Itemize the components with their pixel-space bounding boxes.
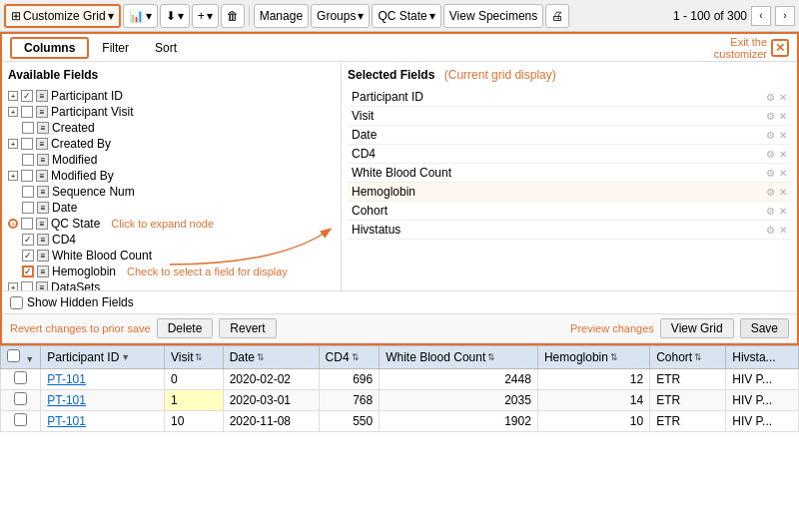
row1-checkbox-cell [1,369,41,390]
expand-participant-visit[interactable]: + [8,107,18,117]
preview-message: Preview changes [570,322,654,334]
gear-icon-hivstatus[interactable]: ⚙ [766,225,775,236]
checkbox-participant-visit[interactable] [21,106,33,118]
remove-icon-hivstatus[interactable]: ✕ [779,225,787,236]
row2-hivstatus: HIV P... [726,390,799,411]
expand-participant-id[interactable]: + [8,91,18,101]
field-icon-cd4: ≡ [37,234,49,246]
field-qc-state[interactable]: + ≡ QC State Click to expand node [8,216,335,232]
delete-button[interactable]: 🗑 [221,4,245,28]
sort-icon-visit[interactable]: ⇅ [195,352,203,362]
field-participant-visit[interactable]: + ≡ Participant Visit [8,104,335,120]
checkbox-datasets[interactable] [21,281,33,290]
expand-qc-state[interactable]: + [8,219,18,229]
gear-icon-participant-id[interactable]: ⚙ [766,92,775,103]
remove-icon-hemoglobin[interactable]: ✕ [779,187,787,198]
field-participant-id[interactable]: + ≡ Participant ID [8,88,335,104]
field-hemoglobin[interactable]: ≡ Hemoglobin Check to select a field for… [8,264,335,279]
chart-button[interactable]: 📊 ▾ [123,4,158,28]
checkbox-cd4[interactable] [22,234,34,246]
remove-icon-cd4[interactable]: ✕ [779,149,787,160]
checkbox-qc-state[interactable] [21,218,33,230]
gear-icon-wbc[interactable]: ⚙ [766,168,775,179]
checkbox-hemoglobin[interactable] [22,266,34,277]
sort-icon-hemoglobin[interactable]: ⇅ [610,352,618,362]
print-button[interactable]: 🖨 [545,4,569,28]
row3-hemoglobin: 10 [537,411,649,432]
checkbox-participant-id[interactable] [21,90,33,102]
manage-button[interactable]: Manage [254,4,309,28]
gear-icon-visit[interactable]: ⚙ [766,111,775,122]
checkbox-modified-by[interactable] [21,170,33,182]
remove-icon-wbc[interactable]: ✕ [779,168,787,179]
sort-icon-participant-id[interactable]: ▼ [121,352,130,362]
field-datasets[interactable]: + ≡ DataSets [8,279,335,290]
data-table: ▼ Participant ID ▼ Visit ⇅ [0,345,799,432]
remove-icon-participant-id[interactable]: ✕ [779,92,787,103]
selected-fields-panel: Selected Fields (Current grid display) P… [342,62,797,290]
exit-label: Exit thecustomizer [714,36,767,60]
th-hemoglobin: Hemoglobin ⇅ [537,346,649,369]
row2-participant-id[interactable]: PT-101 [41,390,165,411]
gear-icon-cd4[interactable]: ⚙ [766,149,775,160]
gear-icon-cohort[interactable]: ⚙ [766,206,775,217]
sort-icon-wbc[interactable]: ⇅ [487,352,495,362]
checkbox-created-by[interactable] [21,138,33,150]
next-page-button[interactable]: › [775,6,795,26]
field-icon-sequence-num: ≡ [37,186,49,198]
sort-icon-cohort[interactable]: ⇅ [694,352,702,362]
export-button[interactable]: ⬇ ▾ [160,4,190,28]
sort-icon-cd4[interactable]: ⇅ [352,352,360,362]
prev-page-button[interactable]: ‹ [751,6,771,26]
row3-checkbox[interactable] [14,413,27,426]
th-checkbox: ▼ [1,346,41,369]
row1-checkbox[interactable] [14,371,27,384]
row3-wbc: 1902 [380,411,538,432]
add-button[interactable]: + ▾ [192,4,219,28]
remove-icon-cohort[interactable]: ✕ [779,206,787,217]
print-icon: 🖨 [551,9,563,23]
checkbox-white-blood-count[interactable] [22,250,34,262]
tab-sort[interactable]: Sort [142,38,190,58]
field-modified[interactable]: ≡ Modified [8,152,335,168]
row1-participant-id[interactable]: PT-101 [41,369,165,390]
remove-icon-visit[interactable]: ✕ [779,111,787,122]
selected-fields-subtitle: (Current grid display) [444,68,556,82]
table-row: PT-101 1 2020-03-01 768 2035 14 ETR HIV … [1,390,799,411]
field-date[interactable]: ≡ Date [8,200,335,216]
field-white-blood-count[interactable]: ≡ White Blood Count [8,248,335,264]
show-hidden-checkbox[interactable] [10,296,23,309]
select-all-checkbox[interactable] [7,349,20,362]
delete-button-footer[interactable]: Delete [157,318,214,338]
groups-button[interactable]: Groups ▾ [311,4,370,28]
gear-icon-hemoglobin[interactable]: ⚙ [766,187,775,198]
expand-modified-by[interactable]: + [8,171,18,181]
exit-customizer-button[interactable]: ✕ [771,39,789,57]
view-specimens-button[interactable]: View Specimens [443,4,544,28]
checkbox-modified[interactable] [22,154,34,166]
checkbox-sequence-num[interactable] [22,186,34,198]
pagination-text: 1 - 100 of 300 [673,9,747,23]
customize-grid-button[interactable]: ⊞ Customize Grid ▾ [4,4,121,28]
tab-columns[interactable]: Columns [10,37,89,59]
expand-datasets[interactable]: + [8,282,18,290]
view-grid-button[interactable]: View Grid [660,318,734,338]
gear-icon-date[interactable]: ⚙ [766,130,775,141]
field-created[interactable]: ≡ Created [8,120,335,136]
add-dropdown: ▾ [207,9,213,23]
tab-filter[interactable]: Filter [89,38,142,58]
field-sequence-num[interactable]: ≡ Sequence Num [8,184,335,200]
field-modified-by[interactable]: + ≡ Modified By [8,168,335,184]
qc-state-button[interactable]: QC State ▾ [372,4,440,28]
sort-icon-date[interactable]: ⇅ [257,352,265,362]
field-created-by[interactable]: + ≡ Created By [8,136,335,152]
remove-icon-date[interactable]: ✕ [779,130,787,141]
save-button[interactable]: Save [740,318,789,338]
row3-participant-id[interactable]: PT-101 [41,411,165,432]
checkbox-date[interactable] [22,202,34,214]
row2-checkbox[interactable] [14,392,27,405]
checkbox-created[interactable] [22,122,34,134]
revert-button[interactable]: Revert [219,318,276,338]
expand-created-by[interactable]: + [8,139,18,149]
field-cd4[interactable]: ≡ CD4 [8,232,335,248]
